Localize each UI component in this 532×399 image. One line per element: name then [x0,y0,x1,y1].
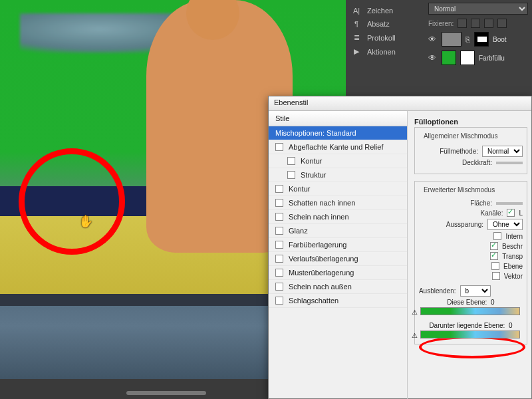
style-checkbox[interactable] [275,185,283,193]
panel-item-protokoll[interactable]: ≣ Protokoll [351,31,414,45]
panel-shortcut-column: A| Zeichen ¶ Absatz ≣ Protokoll ▶ Aktion… [346,0,419,63]
hand-cursor-icon: ✋ [78,214,93,229]
style-label: Struktur [301,171,327,179]
layer-mask-thumbnail[interactable] [460,51,475,65]
lock-pixels-icon[interactable] [458,19,467,28]
layer-name[interactable]: Boot [493,36,507,43]
blend-if-select[interactable]: b [460,285,491,297]
flag-label: Intern [505,233,523,240]
channel-l-label: L [519,209,523,217]
surface-label: Fläche: [470,200,492,207]
character-icon: A| [351,7,362,15]
style-item-8[interactable]: Farbüberlagerung [269,238,407,252]
style-item-2[interactable]: Kontur [269,154,407,168]
fill-options-title: Fülloptionen [414,118,527,126]
style-item-11[interactable]: Schein nach außen [269,280,407,294]
fill-method-label: Füllmethode: [440,148,478,155]
under-layer-label: Darunter liegende Ebene: [429,322,505,329]
layer-thumbnail[interactable] [442,32,462,47]
style-item-12[interactable]: Schlagschatten [269,294,407,308]
layer-row-fill[interactable]: 👁 Farbfüllu [428,51,528,65]
flag-label: Ebene [503,263,523,270]
style-item-1[interactable]: Abgeflachte Kante und Relief [269,140,407,154]
styles-list: Stile Mischoptionen: StandardAbgeflachte… [269,111,408,399]
panel-item-absatz[interactable]: ¶ Absatz [351,17,414,31]
style-checkbox[interactable] [275,283,283,291]
style-label: Abgeflachte Kante und Relief [289,143,384,151]
paragraph-icon: ¶ [351,20,362,28]
panel-item-aktionen[interactable]: ▶ Aktionen [351,45,414,59]
style-checkbox[interactable] [275,213,283,221]
lock-brush-icon[interactable] [471,19,480,28]
channels-label: Kanäle: [481,209,503,217]
style-item-7[interactable]: Glanz [269,224,407,238]
opacity-slider[interactable] [496,162,523,164]
layer-mask-thumbnail[interactable] [474,32,489,47]
style-item-4[interactable]: Kontur [269,182,407,196]
style-checkbox[interactable] [275,269,283,277]
style-checkbox[interactable] [275,199,283,207]
this-layer-value: 0 [491,299,495,306]
knockout-label: Aussparung: [446,221,483,228]
style-label: Farbüberlagerung [289,241,346,249]
style-checkbox[interactable] [275,143,283,151]
dialog-title[interactable]: Ebenenstil [269,96,531,111]
style-item-10[interactable]: Musterüberlagerung [269,266,407,280]
lock-position-icon[interactable] [484,19,493,28]
this-layer-label: Diese Ebene: [447,299,487,306]
under-layer-value: 0 [509,322,513,329]
visibility-icon[interactable]: 👁 [428,53,438,63]
advanced-blend-legend: Erweiterter Mischmodus [422,186,497,194]
fill-method-select[interactable]: Normal [482,146,523,157]
style-item-0[interactable]: Mischoptionen: Standard [269,126,407,140]
general-blend-legend: Allgemeiner Mischmodus [422,132,500,140]
right-panels: A| Zeichen ¶ Absatz ≣ Protokoll ▶ Aktion… [346,0,532,100]
style-checkbox[interactable] [275,241,283,249]
blending-options-pane: Fülloptionen Allgemeiner Mischmodus Füll… [408,111,531,399]
lock-all-icon[interactable] [497,19,507,28]
layer-style-dialog: Ebenenstil Stile Mischoptionen: Standard… [268,96,532,399]
advanced-blend-group: Erweiterter Mischmodus Fläche: Kanäle: L… [414,181,527,344]
annotation-circle [19,148,125,255]
annotation-ellipse [419,336,525,358]
fill-color-chip[interactable] [442,51,456,65]
flag-checkbox-2[interactable] [490,252,498,260]
this-layer-gradient[interactable]: ⚠ [420,307,520,315]
style-checkbox[interactable] [275,255,283,263]
style-checkbox[interactable] [275,297,283,305]
channel-l-checkbox[interactable] [507,209,515,217]
under-layer-gradient[interactable]: ⚠ [420,331,520,338]
style-label: Schein nach außen [289,283,352,291]
actions-icon: ▶ [351,47,362,56]
style-item-9[interactable]: Verlaufsüberlagerung [269,252,407,266]
lock-label: Fixieren: [428,20,454,27]
style-item-3[interactable]: Struktur [269,168,407,182]
style-label: Schatten nach innen [289,199,355,207]
knockout-select[interactable]: Ohne [487,219,523,230]
style-checkbox[interactable] [287,157,295,165]
flag-checkbox-0[interactable] [493,232,501,240]
opacity-label: Deckkraft: [462,159,492,166]
style-label: Mischoptionen: Standard [275,129,356,137]
link-icon: ⎘ [466,35,470,43]
panel-label: Aktionen [367,48,396,56]
panel-item-zeichen[interactable]: A| Zeichen [351,4,414,17]
layer-row-boot[interactable]: 👁 ⎘ Boot [428,32,528,47]
fill-slider[interactable] [496,202,523,205]
panel-label: Absatz [367,20,390,28]
styles-header: Stile [269,111,407,126]
horizontal-scrollbar[interactable] [126,391,206,395]
style-checkbox[interactable] [287,171,295,179]
flag-label: Beschr [502,243,523,250]
warning-icon: ⚠ [412,309,418,316]
visibility-icon[interactable]: 👁 [428,35,438,44]
flag-checkbox-3[interactable] [491,262,499,270]
layers-panel: Normal Fixieren: 👁 ⎘ Boot 👁 Farbfüllu [424,0,532,68]
style-item-6[interactable]: Schein nach innen [269,210,407,224]
layer-blend-mode-select[interactable]: Normal [428,3,528,15]
layer-name[interactable]: Farbfüllu [479,55,505,62]
flag-checkbox-1[interactable] [490,242,498,250]
style-item-5[interactable]: Schatten nach innen [269,196,407,210]
style-checkbox[interactable] [275,227,283,235]
flag-checkbox-4[interactable] [492,272,500,280]
